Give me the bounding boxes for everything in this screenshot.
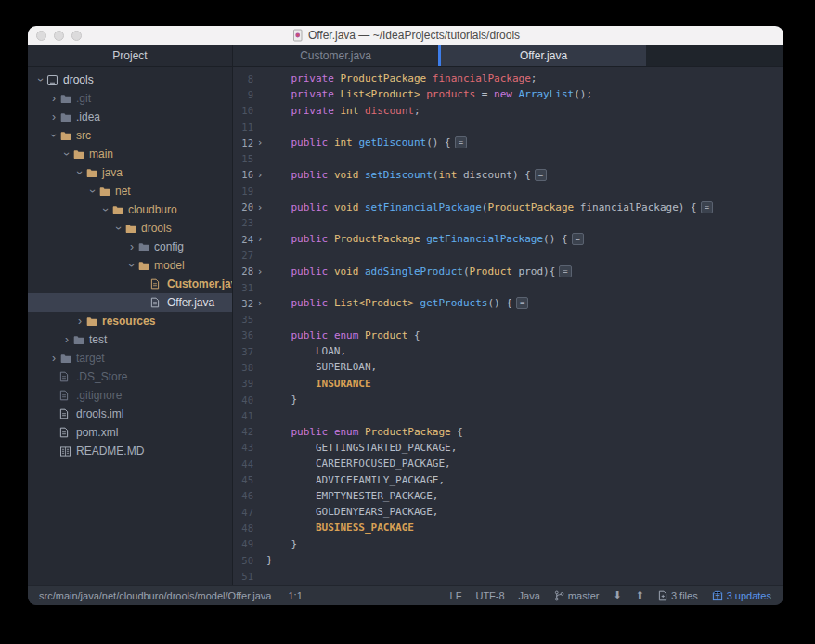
editor[interactable]: 8 private ProductPackage financialPackag… [233,67,783,585]
tree-item-net[interactable]: ›net [28,182,232,200]
code-line-10[interactable]: 10 private int discount; [233,103,783,119]
tree-item-target[interactable]: ›target [28,349,232,367]
chevron-down-icon[interactable]: › [126,260,137,271]
code-line-47[interactable]: 47 GOLDENYEARS_PACKAGE, [233,504,783,520]
chevron-right-icon[interactable]: › [48,111,59,122]
tree-item-java[interactable]: ›java [28,163,232,182]
chevron-right-icon[interactable]: › [61,334,72,345]
tree-item-resources[interactable]: ›resources [28,312,232,330]
folded-region-marker[interactable]: = [559,265,571,277]
code-line-28[interactable]: 28› public void addSingleProduct(Product… [233,264,783,279]
tree-item-test[interactable]: ›test [28,330,232,349]
code-line-41[interactable]: 41 [233,407,783,423]
tree-item-offer-java[interactable]: Offer.java [28,293,232,312]
folded-region-marker[interactable]: = [572,233,584,245]
code-line-48[interactable]: 48 BUSINESS_PACKAGE [233,520,783,535]
code-line-50[interactable]: 50} [233,552,783,568]
tree-item-idea[interactable]: ›.idea [28,108,232,126]
tree-item-drools[interactable]: ›drools [28,71,232,89]
status-3-updates[interactable]: 3 updates [712,590,771,601]
code-line-36[interactable]: 36 public enum Product { [233,328,783,343]
window-controls [36,26,82,45]
chevron-down-icon[interactable]: › [74,167,85,178]
code-line-20[interactable]: 20› public void setFinancialPackage(Prod… [233,199,783,214]
chevron-down-icon[interactable]: › [61,148,72,160]
chevron-down-icon[interactable]: › [35,74,46,85]
code-line-44[interactable]: 44 CAREERFOCUSED_PACKAGE, [233,456,783,471]
tree-item-drools[interactable]: ›drools [28,219,232,238]
code-line-31[interactable]: 31 [233,279,783,295]
folded-region-marker[interactable]: = [535,169,547,181]
code-line-35[interactable]: 35 [233,311,783,327]
tree-item-readme-md[interactable]: README.MD [28,442,232,460]
chevron-right-icon[interactable]: › [126,241,137,252]
fold-arrow-icon[interactable]: › [253,233,266,245]
folded-region-marker[interactable]: = [455,136,467,148]
status-3-files[interactable]: 3 files [658,590,698,601]
code-line-9[interactable]: 9 private List<Product> products = new A… [233,86,783,102]
tree-item-gitignore[interactable]: .gitignore [28,386,232,405]
status-lf[interactable]: LF [450,590,462,601]
code-line-23[interactable]: 23 [233,215,783,231]
code-line-11[interactable]: 11 [233,119,783,135]
tree-item-drools-iml[interactable]: drools.iml [28,405,232,423]
code-line-45[interactable]: 45 ADVICEFAMILY_PACKAGE, [233,471,783,487]
tree-item-cloudburo[interactable]: ›cloudburo [28,200,232,219]
zoom-button[interactable] [71,31,82,41]
chevron-down-icon[interactable]: › [87,186,98,197]
code-line-42[interactable]: 42 public enum ProductPackage { [233,424,783,440]
chevron-right-icon[interactable]: › [48,353,59,364]
code-line-49[interactable]: 49 } [233,536,783,552]
tree-item-src[interactable]: ›src [28,126,232,145]
tab-customer-java[interactable]: Customer.java [233,45,438,66]
close-button[interactable] [36,31,46,41]
tree-item-model[interactable]: ›model [28,256,232,275]
project-panel-header[interactable]: Project [28,45,233,66]
code-line-27[interactable]: 27 [233,247,783,263]
status-utf-8[interactable]: UTF-8 [475,590,504,601]
status-arrow-up[interactable]: ⬆ [636,589,644,601]
code-line-38[interactable]: 38 SUPERLOAN, [233,359,783,375]
tree-item-git[interactable]: ›.git [28,89,232,108]
status-master[interactable]: master [554,590,600,601]
code-line-46[interactable]: 46 EMPTYNESTER_PACKAGE, [233,488,783,504]
code-line-15[interactable]: 15 [233,150,783,166]
project-panel-title: Project [112,49,147,62]
code-line-32[interactable]: 32› public List<Product> getProducts() {… [233,295,783,311]
chevron-down-icon[interactable]: › [48,130,59,141]
tree-item-customer-java[interactable]: Customer.java [28,275,232,293]
fold-arrow-icon[interactable]: › [253,297,266,309]
code-line-8[interactable]: 8 private ProductPackage financialPackag… [233,71,783,86]
tree-item-pom-xml[interactable]: pom.xml [28,423,232,442]
minimize-button[interactable] [54,31,64,41]
tree-item-config[interactable]: ›config [28,238,232,256]
chevron-down-icon[interactable]: › [113,223,124,234]
code-line-24[interactable]: 24› public ProductPackage getFinancialPa… [233,231,783,247]
fold-arrow-icon[interactable]: › [253,169,266,181]
code-line-12[interactable]: 12› public int getDiscount() {= [233,135,783,150]
chevron-right-icon[interactable]: › [48,93,59,104]
tab-offer-java[interactable]: Offer.java [441,45,646,66]
status-arrow-down[interactable]: ⬇ [613,589,621,601]
tree-item-ds-store[interactable]: .DS_Store [28,367,232,386]
code-line-16[interactable]: 16› public void setDiscount(int discount… [233,167,783,183]
status-java[interactable]: Java [519,590,540,601]
fold-arrow-icon[interactable]: › [253,201,266,213]
folded-region-marker[interactable]: = [701,201,713,213]
code-line-39[interactable]: 39 INSURANCE [233,376,783,392]
code-line-51[interactable]: 51 [233,568,783,584]
status-file-path[interactable]: src/main/java/net/cloudburo/drools/model… [39,590,271,601]
tree-item-main[interactable]: ›main [28,145,232,163]
chevron-down-icon[interactable]: › [100,204,111,215]
code-line-37[interactable]: 37 LOAN, [233,343,783,359]
code-line-19[interactable]: 19 [233,183,783,199]
folded-region-marker[interactable]: = [516,297,528,309]
chevron-right-icon[interactable]: › [74,316,85,327]
title-bar[interactable]: Offer.java — ~/IdeaProjects/tutorials/dr… [28,26,783,45]
fold-arrow-icon[interactable]: › [253,265,266,277]
code-line-40[interactable]: 40 } [233,392,783,407]
line-number: 11 [233,122,253,133]
fold-arrow-icon[interactable]: › [253,136,266,148]
code-line-43[interactable]: 43 GETTINGSTARTED_PACKAGE, [233,440,783,456]
status-caret-position[interactable]: 1:1 [288,590,302,601]
